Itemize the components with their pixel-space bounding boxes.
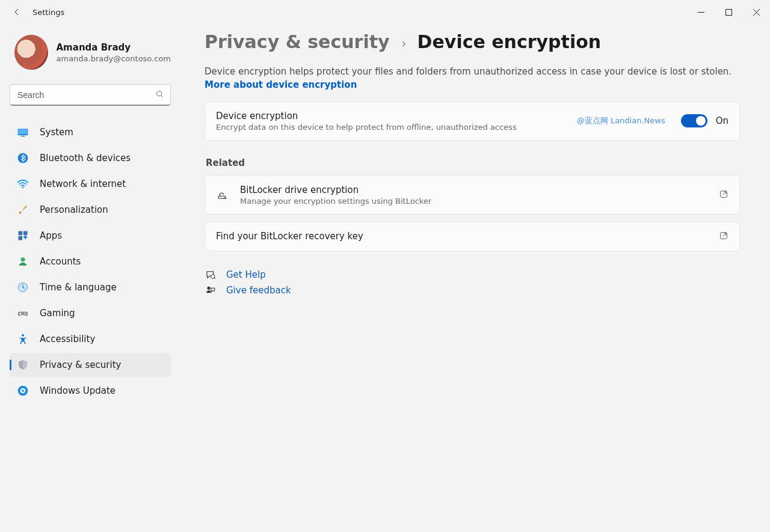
clock-globe-icon [17,281,29,293]
give-feedback-row[interactable]: Give feedback [205,285,740,296]
svg-point-12 [24,313,25,314]
breadcrumb-current: Device encryption [417,31,602,52]
device-encryption-title: Device encryption [216,111,566,121]
device-encryption-toggle-group: On [681,114,728,127]
sidebar-item-time-language[interactable]: Time & language [10,275,171,299]
title-bar: Settings [0,0,770,24]
profile-email: amanda.brady@contoso.com [57,54,171,63]
search-box[interactable] [10,84,171,106]
search-input[interactable] [17,90,155,100]
sidebar-item-label: Apps [40,230,62,241]
sidebar-item-system[interactable]: System [10,120,171,144]
svg-rect-8 [23,231,28,236]
accessibility-icon [17,333,29,345]
sidebar-item-label: Network & internet [40,179,126,189]
lock-drive-icon [216,189,229,200]
accounts-icon [17,255,29,268]
sidebar-item-label: Gaming [40,308,75,319]
wifi-icon [17,178,29,190]
watermark-text: @蓝点网 Landian.News [577,115,665,126]
intro-more-link[interactable]: More about device encryption [205,79,357,90]
svg-rect-4 [21,136,25,136]
bitlocker-subtitle: Manage your encryption settings using Bi… [240,197,708,206]
sidebar-item-label: Bluetooth & devices [40,153,131,164]
search-icon [155,90,164,100]
sidebar-item-label: Personalization [40,204,108,215]
sidebar-item-label: System [40,127,73,138]
gaming-icon [17,307,29,319]
device-encryption-card: Device encryption Encrypt data on this d… [205,102,740,141]
chevron-right-icon [399,40,408,50]
maximize-button[interactable] [715,0,742,24]
svg-rect-9 [19,236,23,240]
bluetooth-icon [17,152,29,164]
svg-point-15 [18,386,28,396]
svg-point-1 [157,91,162,96]
avatar [14,35,48,70]
sidebar-item-personalization[interactable]: Personalization [10,198,171,222]
breadcrumb-parent[interactable]: Privacy & security [205,31,390,52]
sidebar-item-label: Accounts [40,256,81,267]
apps-icon [17,230,29,242]
sidebar-item-accounts[interactable]: Accounts [10,249,171,274]
open-external-icon [719,231,728,242]
sidebar-item-label: Windows Update [40,385,116,396]
svg-point-14 [22,334,24,337]
device-encryption-toggle[interactable] [681,114,707,127]
svg-point-17 [225,197,226,198]
window-controls [687,0,770,24]
sidebar-item-gaming[interactable]: Gaming [10,301,171,325]
sidebar-item-label: Time & language [40,282,117,293]
sidebar-item-accessibility[interactable]: Accessibility [10,327,171,351]
breadcrumb: Privacy & security Device encryption [205,31,740,52]
related-section-label: Related [206,157,740,168]
brush-icon [17,204,29,216]
main-content: Privacy & security Device encryption Dev… [180,24,770,532]
svg-point-13 [25,314,26,315]
sidebar-item-network[interactable]: Network & internet [10,172,171,196]
shield-icon [17,359,29,371]
sidebar-item-privacy-security[interactable]: Privacy & security [10,353,171,377]
sidebar-item-label: Accessibility [40,334,95,344]
bitlocker-card[interactable]: BitLocker drive encryption Manage your e… [205,176,740,215]
sidebar-item-bluetooth[interactable]: Bluetooth & devices [10,146,171,170]
svg-rect-0 [725,9,732,15]
sidebar-item-label: Privacy & security [40,359,121,370]
give-feedback-link[interactable]: Give feedback [226,285,291,296]
recovery-key-title: Find your BitLocker recovery key [216,231,708,242]
svg-point-10 [21,257,25,261]
bitlocker-title: BitLocker drive encryption [240,185,708,195]
help-links: Get Help Give feedback [205,269,740,296]
back-button[interactable] [6,1,28,23]
close-button[interactable] [742,0,770,24]
svg-point-21 [208,287,211,290]
recovery-key-card[interactable]: Find your BitLocker recovery key [205,222,740,251]
sidebar-nav: System Bluetooth & devices Network & int… [10,120,171,403]
sidebar-item-apps[interactable]: Apps [10,224,171,248]
svg-rect-3 [19,129,28,134]
system-icon [17,126,29,138]
device-encryption-subtitle: Encrypt data on this device to help prot… [216,123,566,132]
profile-block[interactable]: Amanda Brady amanda.brady@contoso.com [14,35,171,70]
profile-name: Amanda Brady [57,42,171,53]
update-icon [17,385,29,397]
device-encryption-toggle-label: On [716,115,728,126]
intro-text: Device encryption helps protect your fil… [205,66,740,92]
help-icon [205,269,217,280]
minimize-button[interactable] [687,0,715,24]
feedback-icon [205,285,217,296]
open-external-icon [719,189,728,201]
sidebar-item-windows-update[interactable]: Windows Update [10,379,171,403]
get-help-row[interactable]: Get Help [205,269,740,280]
window-title: Settings [32,8,64,17]
sidebar: Amanda Brady amanda.brady@contoso.com Sy… [0,24,180,532]
svg-point-6 [22,187,24,189]
svg-rect-7 [19,231,23,236]
get-help-link[interactable]: Get Help [226,269,266,280]
